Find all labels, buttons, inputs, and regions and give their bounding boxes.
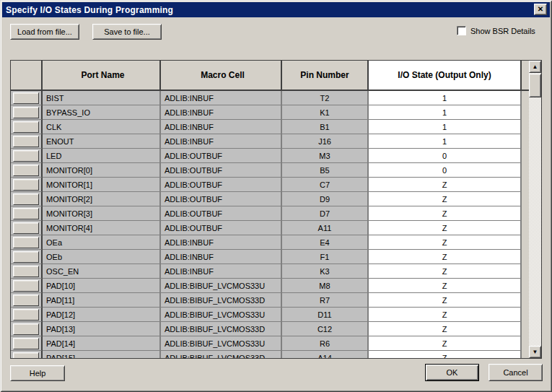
pin-number-cell: K1: [282, 105, 369, 120]
row-header-cell[interactable]: [11, 235, 43, 250]
row-header-cell[interactable]: [11, 192, 43, 206]
cancel-button[interactable]: Cancel: [489, 364, 543, 381]
macro-cell-cell: ADLIB:BIBUF_LVCMOS33U: [161, 308, 282, 322]
row-select-button[interactable]: [13, 121, 39, 133]
io-state-cell[interactable]: Z: [369, 206, 522, 221]
io-state-cell[interactable]: 1: [369, 91, 522, 105]
port-name-cell: MONITOR[0]: [43, 163, 161, 178]
port-name-cell: PAD[12]: [43, 308, 161, 322]
row-select-button[interactable]: [13, 251, 39, 263]
row-header-cell[interactable]: [11, 250, 43, 264]
scrollbar-thumb[interactable]: [529, 74, 541, 97]
row-select-button[interactable]: [13, 237, 39, 248]
load-from-file-button[interactable]: Load from file...: [10, 24, 79, 40]
row-header-cell[interactable]: [11, 91, 43, 105]
io-state-cell[interactable]: Z: [369, 235, 522, 250]
io-state-cell[interactable]: Z: [369, 192, 522, 206]
row-select-button[interactable]: [13, 107, 39, 118]
io-state-cell[interactable]: 0: [369, 149, 522, 163]
ok-button[interactable]: OK: [425, 364, 479, 381]
table-row: PAD[15] ADLIB:BIBUF_LVCMOS33D A14 Z: [11, 351, 529, 358]
row-header-cell[interactable]: [11, 264, 43, 279]
table-row: MONITOR[2] ADLIB:OUTBUF D9 Z: [11, 192, 529, 206]
row-select-button[interactable]: [13, 266, 39, 277]
io-state-cell[interactable]: Z: [369, 221, 522, 235]
checkbox-icon[interactable]: [457, 26, 466, 35]
row-header-cell[interactable]: [11, 178, 43, 192]
pin-number-cell: D7: [282, 206, 369, 221]
pin-number-cell: T2: [282, 91, 369, 105]
row-header-cell[interactable]: [11, 308, 43, 322]
row-select-button[interactable]: [13, 352, 39, 359]
row-header-cell[interactable]: [11, 322, 43, 336]
row-select-button[interactable]: [13, 136, 39, 147]
row-header-cell[interactable]: [11, 163, 43, 178]
port-name-cell: PAD[10]: [43, 279, 161, 293]
row-header-cell[interactable]: [11, 336, 43, 351]
row-select-button[interactable]: [13, 92, 39, 104]
help-button[interactable]: Help: [10, 365, 65, 381]
io-state-cell[interactable]: Z: [369, 308, 522, 322]
row-select-button[interactable]: [13, 280, 39, 292]
io-state-cell[interactable]: Z: [369, 322, 522, 336]
row-select-button[interactable]: [13, 323, 39, 335]
row-select-button[interactable]: [13, 179, 39, 191]
row-header-cell[interactable]: [11, 134, 43, 149]
row-header-cell[interactable]: [11, 120, 43, 134]
io-state-cell[interactable]: Z: [369, 351, 522, 358]
scroll-down-button[interactable]: ▼: [529, 346, 541, 358]
io-state-cell[interactable]: 1: [369, 134, 522, 149]
save-to-file-button[interactable]: Save to file...: [92, 24, 162, 40]
table-row: BIST ADLIB:INBUF T2 1: [11, 91, 529, 105]
show-bsr-details-checkbox[interactable]: Show BSR Details: [457, 26, 535, 35]
row-select-button[interactable]: [13, 338, 39, 349]
row-select-button[interactable]: [13, 208, 39, 219]
dialog-specify-io-states: Specify I/O States During Programming ✕ …: [0, 0, 552, 392]
io-state-cell[interactable]: 1: [369, 120, 522, 134]
pin-number-cell: A11: [282, 221, 369, 235]
row-select-button[interactable]: [13, 150, 39, 162]
vertical-scrollbar[interactable]: ▲ ▼: [529, 61, 541, 358]
triangle-up-icon: ▲: [533, 64, 538, 70]
io-state-cell[interactable]: Z: [369, 264, 522, 279]
row-header-cell[interactable]: [11, 149, 43, 163]
io-state-cell[interactable]: 1: [369, 105, 522, 120]
row-select-button[interactable]: [13, 193, 39, 205]
row-select-button[interactable]: [13, 222, 39, 234]
row-select-button[interactable]: [13, 309, 39, 321]
io-state-cell[interactable]: 0: [369, 163, 522, 178]
io-state-cell[interactable]: Z: [369, 250, 522, 264]
table-row: LED ADLIB:OUTBUF M3 0: [11, 149, 529, 163]
row-select-button[interactable]: [13, 165, 39, 176]
header-macro-cell: Macro Cell: [161, 61, 282, 90]
row-header-cell[interactable]: [11, 293, 43, 308]
io-state-cell[interactable]: Z: [369, 178, 522, 192]
row-header-cell[interactable]: [11, 279, 43, 293]
io-state-cell[interactable]: Z: [369, 293, 522, 308]
titlebar[interactable]: Specify I/O States During Programming ✕: [2, 2, 550, 17]
header-row-selector: [11, 61, 43, 90]
port-name-cell: CLK: [43, 120, 161, 134]
close-button[interactable]: ✕: [534, 4, 547, 15]
port-name-cell: OEa: [43, 235, 161, 250]
port-name-cell: MONITOR[4]: [43, 221, 161, 235]
header-pin-number: Pin Number: [282, 61, 369, 90]
io-state-cell[interactable]: Z: [369, 279, 522, 293]
port-name-cell: ENOUT: [43, 134, 161, 149]
row-select-button[interactable]: [13, 295, 39, 306]
row-header-cell[interactable]: [11, 105, 43, 120]
checkbox-label: Show BSR Details: [470, 27, 535, 35]
table-header-row: Port Name Macro Cell Pin Number I/O Stat…: [11, 61, 529, 91]
row-header-cell[interactable]: [11, 221, 43, 235]
table-row: MONITOR[1] ADLIB:OUTBUF C7 Z: [11, 178, 529, 192]
table-row: PAD[11] ADLIB:BIBUF_LVCMOS33D R7 Z: [11, 293, 529, 308]
header-port-name: Port Name: [43, 61, 161, 90]
table-row: MONITOR[0] ADLIB:OUTBUF B5 0: [11, 163, 529, 178]
macro-cell-cell: ADLIB:OUTBUF: [161, 149, 282, 163]
row-header-cell[interactable]: [11, 206, 43, 221]
macro-cell-cell: ADLIB:BIBUF_LVCMOS33U: [161, 336, 282, 351]
scroll-up-button[interactable]: ▲: [529, 61, 541, 73]
table-row: MONITOR[3] ADLIB:OUTBUF D7 Z: [11, 206, 529, 221]
row-header-cell[interactable]: [11, 351, 43, 358]
io-state-cell[interactable]: Z: [369, 336, 522, 351]
